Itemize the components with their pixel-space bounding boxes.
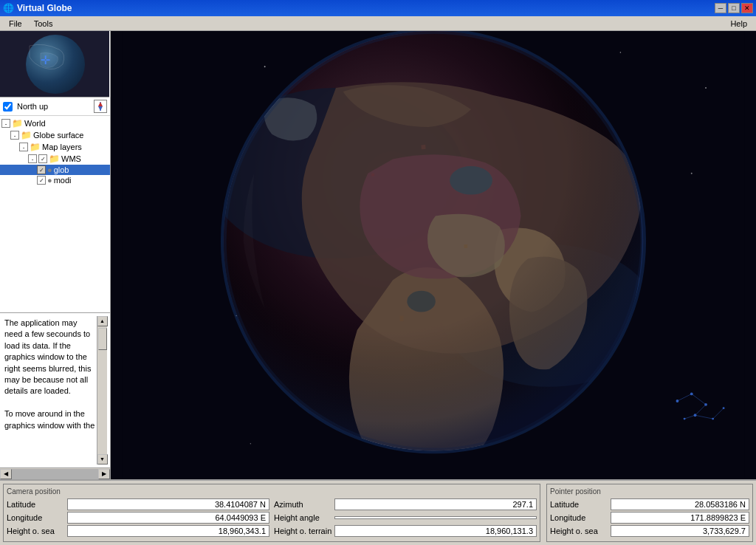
menubar: File Tools Help (0, 16, 756, 31)
glob-checkbox[interactable]: ✓ (37, 165, 46, 174)
tree-glob[interactable]: ✓ ● glob (0, 165, 110, 175)
north-indicator (94, 100, 107, 113)
camera-lat-row: Latitude 38.4104087 N Azimuth 297.1 (7, 498, 537, 510)
main-layout: ✛ North up (0, 31, 756, 545)
camera-hsea-label: Height o. sea (7, 527, 66, 535)
tree-wms[interactable]: - ✓ 📁 WMS (0, 153, 110, 165)
camera-azimuth-label: Azimuth (274, 500, 333, 509)
camera-hterrain-value: 18,960,131.3 (334, 525, 537, 537)
camera-hterrain-label: Height o. terrain (274, 527, 333, 535)
north-up-row: North up (0, 97, 110, 116)
content-area: ✛ North up (0, 31, 756, 479)
camera-heightangle-label: Height angle (274, 513, 333, 522)
wms-checkbox[interactable]: ✓ (38, 154, 47, 163)
log-scrollbar-track: ▲ ▼ (97, 316, 107, 465)
hscroll-left-button[interactable]: ◀ (0, 469, 12, 479)
camera-lat-label: Latitude (7, 500, 66, 509)
bottom-panel: Camera position Latitude 38.4104087 N Az… (0, 479, 756, 545)
tree-modi[interactable]: ✓ ● modi (0, 175, 110, 185)
svg-marker-2 (98, 106, 103, 111)
tree-expand-world[interactable]: - (1, 119, 10, 128)
tree-view[interactable]: - 📁 World - 📁 Globe surface - 📁 (0, 116, 110, 312)
hscroll-right-button[interactable]: ▶ (98, 469, 110, 479)
menu-tools[interactable]: Tools (28, 18, 59, 30)
globe-svg (111, 31, 756, 479)
tree-world[interactable]: - 📁 World (0, 117, 110, 129)
minimap: ✛ (0, 31, 109, 97)
camera-position-group: Camera position Latitude 38.4104087 N Az… (3, 484, 540, 542)
app-icon: 🌐 (3, 3, 14, 13)
scroll-up-button[interactable]: ▲ (97, 316, 108, 326)
globe-viewport[interactable] (111, 31, 756, 479)
svg-marker-1 (98, 102, 103, 106)
pointer-lat-value: 28.0583186 N (611, 498, 749, 510)
svg-point-11 (691, 173, 693, 174)
left-bottom-scrollbar: ◀ ▶ (0, 467, 110, 479)
tree-map-layers[interactable]: - 📁 Map layers (0, 141, 110, 153)
camera-lon-label: Longitude (7, 513, 66, 522)
pointer-lon-value: 171.8899823 E (611, 512, 749, 524)
log-text: The application may need a few secounds … (3, 316, 97, 465)
camera-hsea-row: Height o. sea 18,960,343.1 Height o. ter… (7, 525, 537, 537)
pointer-position-group: Pointer position Latitude 28.0583186 N L… (546, 484, 753, 542)
globe-surface-label: Globe surface (33, 131, 83, 140)
camera-azimuth-value: 297.1 (334, 498, 537, 510)
world-label: World (24, 119, 46, 128)
pointer-lat-label: Latitude (550, 500, 609, 509)
camera-lon-row: Longitude 64.0449093 E Height angle (7, 512, 537, 524)
titlebar-controls[interactable]: ─ □ ✕ (715, 3, 753, 13)
pointer-lat-row: Latitude 28.0583186 N (550, 498, 749, 510)
camera-heightangle-value (334, 516, 537, 519)
modi-checkbox[interactable]: ✓ (37, 176, 46, 185)
modi-label: modi (54, 176, 72, 185)
wms-label: WMS (61, 154, 81, 163)
svg-point-8 (620, 52, 622, 53)
titlebar: 🌐 Virtual Globe ─ □ ✕ (0, 0, 756, 16)
north-up-checkbox[interactable] (3, 102, 13, 112)
pointer-lon-row: Longitude 171.8899823 E (550, 512, 749, 524)
svg-point-9 (705, 87, 707, 89)
map-layers-label: Map layers (42, 143, 82, 151)
menu-help[interactable]: Help (724, 18, 753, 30)
pointer-lon-label: Longitude (550, 513, 609, 522)
camera-hsea-value: 18,960,343.1 (67, 525, 269, 537)
globe-folder-icon: 📁 (21, 130, 32, 140)
log-area: The application may need a few secounds … (0, 312, 110, 467)
titlebar-left: 🌐 Virtual Globe (3, 3, 72, 13)
north-up-label: North up (17, 102, 48, 111)
close-button[interactable]: ✕ (741, 3, 753, 13)
hscroll-track (12, 469, 98, 479)
tree-expand-wms[interactable]: - (28, 154, 37, 163)
camera-position-title: Camera position (7, 487, 537, 496)
scroll-down-button[interactable]: ▼ (97, 454, 108, 465)
maplayers-folder-icon: 📁 (30, 142, 41, 152)
wms-folder-icon: 📁 (49, 154, 60, 164)
pointer-hsea-label: Height o. sea (550, 527, 609, 535)
log-container: The application may need a few secounds … (3, 316, 107, 465)
pointer-position-title: Pointer position (550, 487, 749, 496)
app-title: Virtual Globe (17, 3, 72, 13)
menu-file[interactable]: File (3, 18, 28, 30)
glob-dot-icon: ● (47, 165, 52, 174)
scroll-thumb[interactable] (98, 328, 107, 350)
maximize-button[interactable]: □ (728, 3, 740, 13)
tree-expand-map[interactable]: - (19, 143, 28, 151)
minimap-globe (26, 35, 85, 94)
pointer-hsea-row: Height o. sea 3,733,629.7 (550, 525, 749, 537)
compass-icon (94, 100, 106, 112)
svg-point-12 (250, 443, 252, 445)
glob-label: glob (54, 165, 69, 174)
pointer-hsea-value: 3,733,629.7 (611, 525, 749, 537)
world-folder-icon: 📁 (12, 118, 23, 128)
camera-lon-value: 64.0449093 E (67, 512, 269, 524)
svg-point-5 (264, 66, 266, 67)
tree-globe-surface[interactable]: - 📁 Globe surface (0, 129, 110, 141)
camera-lat-value: 38.4104087 N (67, 498, 269, 510)
left-panel: ✛ North up (0, 31, 111, 479)
tree-expand-globe[interactable]: - (10, 131, 19, 140)
modi-dot-icon: ● (47, 176, 52, 185)
minimize-button[interactable]: ─ (715, 3, 726, 13)
minimap-crosshair: ✛ (41, 53, 50, 67)
